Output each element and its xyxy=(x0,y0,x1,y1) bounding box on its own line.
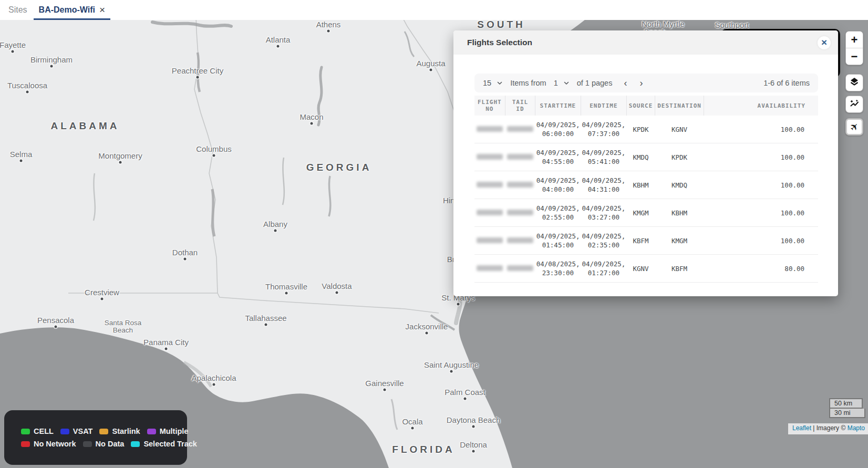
cell-source: KBHM xyxy=(627,171,655,199)
map-city-dot xyxy=(274,230,277,232)
map-city-dot xyxy=(213,383,215,386)
map-attribution: Leaflet | Imagery © Mapto xyxy=(788,423,868,434)
tab-active-underline xyxy=(34,18,111,20)
map-city-dot xyxy=(472,425,475,428)
legend-label: Multiple xyxy=(160,427,189,435)
map-city-dot xyxy=(472,450,475,453)
redacted-value xyxy=(477,182,503,188)
page-size-select[interactable]: 15 xyxy=(483,79,503,87)
pagination-arrows: ‹ › xyxy=(624,78,643,88)
legend-swatch xyxy=(21,429,30,434)
cell-destination: KGNV xyxy=(655,116,704,143)
page-select[interactable]: 1 xyxy=(554,79,570,87)
map-city-dot xyxy=(311,122,313,125)
cell-tailid-redacted xyxy=(505,255,535,283)
cell-availability: 100.00 xyxy=(704,199,818,227)
map-city-dot xyxy=(119,161,122,164)
page-size-value: 15 xyxy=(483,79,491,87)
leaflet-link[interactable]: Leaflet xyxy=(792,424,811,432)
legend-label: No Data xyxy=(96,440,125,448)
attribution-text: | Imagery © xyxy=(811,424,848,432)
redacted-value xyxy=(507,154,533,160)
cell-starttime: 04/09/2025, 04:00:00 xyxy=(535,171,581,199)
cell-tailid-redacted xyxy=(505,143,535,171)
redacted-value xyxy=(477,210,503,215)
prev-page-icon[interactable]: ‹ xyxy=(624,78,627,88)
flights-table: FLIGHT NOTAIL IDSTARTTIMEENDTIMESOURCEDE… xyxy=(474,96,818,283)
map-city-dot xyxy=(430,69,432,71)
legend-label: VSAT xyxy=(73,427,93,435)
map-city-dot xyxy=(327,30,330,33)
zoom-in-button[interactable]: + xyxy=(846,32,863,48)
redacted-value xyxy=(507,265,533,271)
redacted-value xyxy=(507,237,533,243)
table-row[interactable]: 04/09/2025, 04:55:0004/09/2025, 05:41:00… xyxy=(474,143,818,171)
tab-ba-demo-wifi[interactable]: BA-Demo-Wifi × xyxy=(34,0,111,20)
map-city-dot xyxy=(213,154,215,157)
cell-source: KGNV xyxy=(627,255,655,283)
cell-destination: KBHM xyxy=(655,199,704,227)
scale-km: 50 km xyxy=(829,398,863,409)
zoom-out-button[interactable]: − xyxy=(846,48,863,65)
map-city-dot xyxy=(20,160,23,162)
cell-destination: KBFM xyxy=(655,255,704,283)
redacted-value xyxy=(507,126,533,132)
legend-item: No Data xyxy=(83,440,125,448)
cell-starttime: 04/08/2025, 23:30:00 xyxy=(535,255,581,283)
tab-active-label: BA-Demo-Wifi xyxy=(39,5,95,15)
cell-flightno-redacted xyxy=(474,143,505,171)
cell-endtime: 04/09/2025, 05:41:00 xyxy=(581,143,627,171)
map-city-dot xyxy=(384,389,386,391)
tab-bar: Sites BA-Demo-Wifi × xyxy=(0,0,868,20)
cell-source: KMDQ xyxy=(627,143,655,171)
tab-close-icon[interactable]: × xyxy=(99,5,105,15)
table-row[interactable]: 04/09/2025, 01:45:0004/09/2025, 02:35:00… xyxy=(474,227,818,255)
table-row[interactable]: 04/09/2025, 06:00:0004/09/2025, 07:37:00… xyxy=(474,116,818,143)
chevron-down-icon xyxy=(497,80,503,86)
auto-style-button[interactable] xyxy=(845,96,863,113)
column-header: TAIL ID xyxy=(505,96,535,116)
map-city-dot xyxy=(426,332,428,335)
cell-flightno-redacted xyxy=(474,171,505,199)
next-page-icon[interactable]: › xyxy=(639,78,643,88)
table-row[interactable]: 04/09/2025, 04:00:0004/09/2025, 04:31:00… xyxy=(474,171,818,199)
cell-starttime: 04/09/2025, 04:55:00 xyxy=(535,143,581,171)
map-city-dot xyxy=(411,427,414,430)
cell-flightno-redacted xyxy=(474,255,505,283)
flights-button[interactable]: ✈ xyxy=(845,118,863,136)
redacted-value xyxy=(507,210,533,215)
legend-item: Multiple xyxy=(147,427,189,435)
column-header: DESTINATION xyxy=(655,96,704,116)
imagery-provider-link[interactable]: Mapto xyxy=(848,424,865,432)
pages-count-label: of 1 pages xyxy=(577,79,613,87)
tab-sites[interactable]: Sites xyxy=(2,0,34,20)
redacted-value xyxy=(477,154,503,160)
legend-swatch xyxy=(60,429,69,434)
map-city-dot xyxy=(457,303,460,306)
column-header: STARTTIME xyxy=(535,96,581,116)
zoom-control: + − xyxy=(845,31,863,65)
cell-flightno-redacted xyxy=(474,227,505,255)
legend-item: No Network xyxy=(21,440,76,448)
cell-tailid-redacted xyxy=(505,227,535,255)
table-row[interactable]: 04/09/2025, 02:55:0004/09/2025, 03:27:00… xyxy=(474,199,818,227)
cell-endtime: 04/09/2025, 03:27:00 xyxy=(581,199,627,227)
layers-button[interactable] xyxy=(845,74,863,91)
legend-row: No NetworkNo DataSelected Track xyxy=(21,439,187,449)
legend-label: CELL xyxy=(34,427,54,435)
cell-endtime: 04/09/2025, 07:37:00 xyxy=(581,116,627,143)
map-city-dot xyxy=(55,326,57,328)
cell-source: KMGM xyxy=(627,199,655,227)
page-value: 1 xyxy=(554,79,558,87)
map-city-dot xyxy=(265,324,267,326)
cell-endtime: 04/09/2025, 01:27:00 xyxy=(581,255,627,283)
table-row[interactable]: 04/08/2025, 23:30:0004/09/2025, 01:27:00… xyxy=(474,255,818,283)
map-city-dot xyxy=(165,348,168,350)
legend-label: Starlink xyxy=(112,427,140,435)
close-icon[interactable]: × xyxy=(818,36,831,49)
map-city-dot xyxy=(101,298,104,300)
legend-swatch xyxy=(131,441,140,447)
map-city-dot xyxy=(184,258,187,261)
legend-row: CELLVSATStarlinkMultiple xyxy=(21,426,187,436)
cell-starttime: 04/09/2025, 01:45:00 xyxy=(535,227,581,255)
